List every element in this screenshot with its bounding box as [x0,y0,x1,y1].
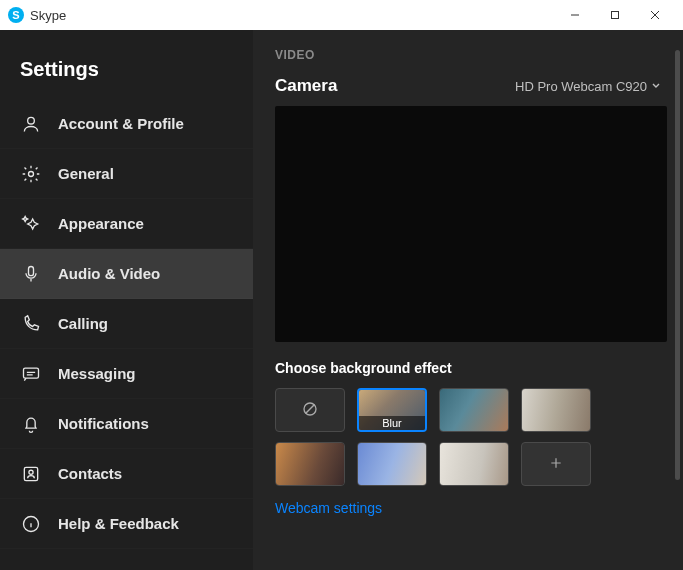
bg-thumbnail [522,389,590,431]
close-button[interactable] [635,0,675,30]
sidebar-item-contacts[interactable]: Contacts [0,449,253,499]
svg-rect-7 [24,368,39,378]
sidebar-item-audio-video[interactable]: Audio & Video [0,249,253,299]
bg-effect-image-4[interactable] [357,442,427,486]
sidebar-item-label: Messaging [58,365,136,382]
chevron-down-icon [651,79,661,94]
phone-icon [20,313,42,335]
video-section-label: VIDEO [275,48,661,62]
bg-tile-label: Blur [359,416,425,430]
bell-icon [20,413,42,435]
settings-title: Settings [0,30,253,99]
sidebar-item-general[interactable]: General [0,149,253,199]
bg-effect-blur[interactable]: Blur [357,388,427,432]
bg-effect-none[interactable] [275,388,345,432]
plus-icon [548,455,564,474]
microphone-icon [20,263,42,285]
app-name: Skype [30,8,66,23]
sidebar-item-calling[interactable]: Calling [0,299,253,349]
contacts-icon [20,463,42,485]
sidebar-item-messaging[interactable]: Messaging [0,349,253,399]
svg-rect-1 [612,12,619,19]
camera-selected-value: HD Pro Webcam C920 [515,79,647,94]
none-icon [301,400,319,421]
sidebar-item-label: General [58,165,114,182]
sidebar-item-account-profile[interactable]: Account & Profile [0,99,253,149]
message-icon [20,363,42,385]
svg-point-9 [29,470,33,474]
bg-effect-image-1[interactable] [439,388,509,432]
sidebar-item-label: Audio & Video [58,265,160,282]
bg-effect-image-5[interactable] [439,442,509,486]
info-icon [20,513,42,535]
camera-select-dropdown[interactable]: HD Pro Webcam C920 [515,79,661,94]
person-icon [20,113,42,135]
sidebar-item-label: Appearance [58,215,144,232]
bg-thumbnail [440,389,508,431]
bg-thumbnail [440,443,508,485]
sidebar-item-help-feedback[interactable]: Help & Feedback [0,499,253,549]
bg-thumbnail [276,443,344,485]
skype-logo-icon: S [8,7,24,23]
sidebar-item-label: Calling [58,315,108,332]
main-scrollbar[interactable] [675,50,680,480]
main-panel: VIDEO Camera HD Pro Webcam C920 Choose b… [253,30,683,570]
minimize-button[interactable] [555,0,595,30]
camera-title: Camera [275,76,337,96]
sidebar-item-appearance[interactable]: Appearance [0,199,253,249]
sidebar-item-label: Notifications [58,415,149,432]
svg-line-14 [306,404,315,413]
bg-effect-image-2[interactable] [521,388,591,432]
sidebar-item-notifications[interactable]: Notifications [0,399,253,449]
sidebar-item-label: Help & Feedback [58,515,179,532]
camera-preview [275,106,667,342]
svg-point-4 [28,117,35,124]
bg-thumbnail [358,443,426,485]
settings-sidebar: Settings Account & Profile General Appea… [0,30,253,570]
gear-icon [20,163,42,185]
bg-effect-image-3[interactable] [275,442,345,486]
sidebar-item-label: Account & Profile [58,115,184,132]
background-effect-grid: Blur [275,388,661,486]
sparkle-icon [20,213,42,235]
bg-effect-add[interactable] [521,442,591,486]
background-effect-label: Choose background effect [275,360,661,376]
svg-point-5 [29,171,34,176]
webcam-settings-link[interactable]: Webcam settings [275,500,661,516]
maximize-button[interactable] [595,0,635,30]
sidebar-item-label: Contacts [58,465,122,482]
window-titlebar: S Skype [0,0,683,30]
svg-rect-6 [29,266,34,275]
